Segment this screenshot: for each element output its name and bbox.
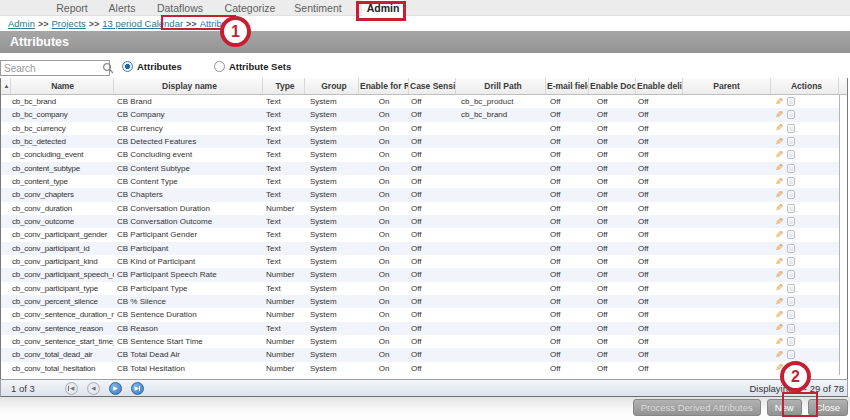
edit-icon[interactable]: ✎ [775, 337, 783, 347]
column-header-display-name[interactable]: Display name [114, 78, 263, 94]
edit-icon[interactable]: ✎ [775, 150, 783, 160]
cell-actions: ✎ [771, 308, 839, 321]
details-icon[interactable] [787, 164, 795, 173]
details-icon[interactable] [787, 177, 795, 186]
table-row[interactable]: cb_bc_currencyCB CurrencyTextSystemOnOff… [1, 122, 847, 135]
cell-display: CB Brand [114, 95, 263, 108]
prev-page-icon[interactable]: ◀ [87, 382, 100, 395]
breadcrumb-admin[interactable]: Admin [8, 18, 35, 29]
nav-item-alerts[interactable]: Alerts [100, 0, 144, 16]
details-icon[interactable] [787, 230, 795, 239]
column-header-type[interactable]: Type [263, 78, 305, 94]
table-row[interactable]: cb_content_typeCB Content TypeTextSystem… [1, 175, 847, 188]
details-icon[interactable] [787, 217, 795, 226]
vertical-scrollbar[interactable] [839, 95, 847, 375]
table-row[interactable]: cb_bc_detectedCB Detected FeaturesTextSy… [1, 135, 847, 148]
edit-icon[interactable]: ✎ [775, 297, 783, 307]
nav-item-dataflows[interactable]: Dataflows [150, 0, 210, 16]
edit-icon[interactable]: ✎ [775, 163, 783, 173]
cell-drill-path [456, 242, 546, 255]
details-icon[interactable] [787, 150, 795, 159]
last-page-icon[interactable]: ▶ [131, 382, 144, 395]
cell-type: Number [263, 362, 305, 375]
breadcrumb-projects[interactable]: Projects [51, 18, 85, 29]
radio-attributes[interactable]: Attributes [122, 61, 182, 72]
details-icon[interactable] [787, 284, 795, 293]
table-row[interactable]: cb_conv_durationCB Conversation Duration… [1, 202, 847, 215]
edit-icon[interactable]: ✎ [775, 97, 783, 107]
table-row[interactable]: cb_conv_participant_genderCB Participant… [1, 228, 847, 241]
toolbar: Attributes Attribute Sets [0, 53, 850, 78]
edit-icon[interactable]: ✎ [775, 177, 783, 187]
footer: Process Derived Attributes New Close [0, 397, 850, 420]
column-header-parent[interactable]: Parent [683, 78, 771, 94]
table-row[interactable]: cb_conv_total_hesitationCB Total Hesitat… [1, 362, 847, 375]
table-row[interactable]: cb_conv_sentence_reasonCB ReasonTextSyst… [1, 322, 847, 335]
nav-item-report[interactable]: Report [50, 0, 94, 16]
column-header-actions[interactable]: Actions [771, 78, 839, 94]
table-row[interactable]: cb_conv_participant_typeCB Participant T… [1, 282, 847, 295]
details-icon[interactable] [787, 257, 795, 266]
table-row[interactable]: cb_conv_sentence_start_time_msCB Sentenc… [1, 335, 847, 348]
column-header-enable-delim[interactable]: Enable delim [636, 78, 683, 94]
edit-icon[interactable]: ✎ [775, 230, 783, 240]
table-row[interactable]: cb_conv_participant_idCB ParticipantText… [1, 242, 847, 255]
details-icon[interactable] [787, 310, 795, 319]
process-derived-attributes-button[interactable]: Process Derived Attributes [633, 399, 761, 416]
first-page-icon[interactable]: ◀ [65, 382, 78, 395]
details-icon[interactable] [787, 190, 795, 199]
nav-item-categorize[interactable]: Categorize [220, 0, 280, 16]
details-icon[interactable] [787, 124, 795, 133]
details-icon[interactable] [787, 97, 795, 106]
edit-icon[interactable]: ✎ [775, 310, 783, 320]
column-header-e-mail-field[interactable]: E-mail field [546, 78, 589, 94]
table-row[interactable]: cb_conv_participant_speech_rateCB Partic… [1, 268, 847, 281]
column-header-enable-docv[interactable]: Enable DocV [589, 78, 636, 94]
edit-icon[interactable]: ✎ [775, 137, 783, 147]
column-header-group[interactable]: Group [305, 78, 359, 94]
radio-selected-icon[interactable] [122, 61, 133, 72]
details-icon[interactable] [787, 270, 795, 279]
radio-unselected-icon[interactable] [214, 61, 225, 72]
next-page-icon[interactable]: ▶ [109, 382, 122, 395]
cell-display: CB Participant Gender [114, 228, 263, 241]
edit-icon[interactable]: ✎ [775, 110, 783, 120]
details-icon[interactable] [787, 204, 795, 213]
edit-icon[interactable]: ✎ [775, 257, 783, 267]
edit-icon[interactable]: ✎ [775, 270, 783, 280]
details-icon[interactable] [787, 110, 795, 119]
cell-actions: ✎ [771, 348, 839, 361]
edit-icon[interactable]: ✎ [775, 243, 783, 253]
column-header-drill-path[interactable]: Drill Path [456, 78, 546, 94]
column-header-case-sensiti[interactable]: Case Sensiti [409, 78, 456, 94]
table-row[interactable]: cb_concluding_eventCB Concluding eventTe… [1, 148, 847, 161]
table-row[interactable]: cb_conv_sentence_duration_msCB Sentence … [1, 308, 847, 321]
edit-icon[interactable]: ✎ [775, 283, 783, 293]
sort-asc-icon[interactable]: ▲ [1, 78, 11, 94]
edit-icon[interactable]: ✎ [775, 350, 783, 360]
table-row[interactable]: cb_bc_brandCB BrandTextSystemOnOffcb_bc_… [1, 95, 847, 108]
table-row[interactable]: cb_conv_chaptersCB ChaptersTextSystemOnO… [1, 188, 847, 201]
details-icon[interactable] [787, 297, 795, 306]
edit-icon[interactable]: ✎ [775, 123, 783, 133]
details-icon[interactable] [787, 324, 795, 333]
search-input[interactable] [0, 60, 110, 76]
details-icon[interactable] [787, 350, 795, 359]
table-row[interactable]: cb_conv_total_dead_airCB Total Dead AirN… [1, 348, 847, 361]
table-row[interactable]: cb_bc_companyCB CompanyTextSystemOnOffcb… [1, 108, 847, 121]
column-header-enable-for-ri[interactable]: Enable for Ri [359, 78, 409, 94]
table-row[interactable]: cb_conv_outcomeCB Conversation OutcomeTe… [1, 215, 847, 228]
details-icon[interactable] [787, 244, 795, 253]
edit-icon[interactable]: ✎ [775, 203, 783, 213]
edit-icon[interactable]: ✎ [775, 190, 783, 200]
nav-item-sentiment[interactable]: Sentiment [288, 0, 348, 16]
table-row[interactable]: cb_conv_participant_kindCB Kind of Parti… [1, 255, 847, 268]
details-icon[interactable] [787, 137, 795, 146]
radio-attribute-sets[interactable]: Attribute Sets [214, 61, 291, 72]
table-row[interactable]: cb_content_subtypeCB Content SubtypeText… [1, 162, 847, 175]
edit-icon[interactable]: ✎ [775, 217, 783, 227]
edit-icon[interactable]: ✎ [775, 323, 783, 333]
details-icon[interactable] [787, 337, 795, 346]
table-row[interactable]: cb_conv_percent_silenceCB % SilenceNumbe… [1, 295, 847, 308]
column-header-name[interactable]: Name [11, 78, 114, 94]
